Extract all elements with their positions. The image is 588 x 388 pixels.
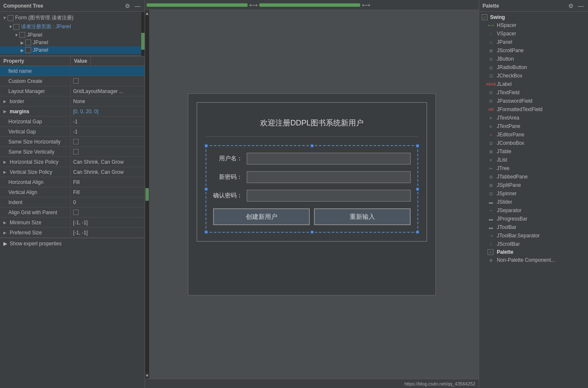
palette-item-jformatted[interactable]: AD JFormattedTextField (479, 105, 588, 114)
palette-item-jcombo[interactable]: JComboBox (479, 139, 588, 147)
handle-bl[interactable] (205, 231, 208, 234)
prop-value-fieldname[interactable] (71, 70, 145, 72)
prop-value-layoutmanager[interactable]: GridLayoutManager ... (71, 87, 145, 96)
palette-item-jscrollpane[interactable]: JScrollPane (479, 46, 588, 55)
palette-item-nonpalette[interactable]: ⊕ Non-Palette Component... (479, 256, 588, 264)
prop-row-hgap[interactable]: Horizontal Gap -1 (0, 117, 145, 127)
palette-item-vspacer[interactable]: VSpacer (479, 29, 588, 38)
palette-item-jlist[interactable]: JList (479, 156, 588, 164)
prop-row-same-h[interactable]: Same Size Horizontally (0, 137, 145, 147)
palette-item-hspacer[interactable]: HSpacer (479, 21, 588, 29)
palette-section-swing[interactable]: ✓ Swing (479, 13, 588, 21)
tree-item-jpanel1[interactable]: ▼ JPanel (0, 31, 141, 39)
handle-br[interactable] (416, 231, 419, 234)
palette-item-jtextpane[interactable]: JTextPane (479, 122, 588, 130)
prop-value-vgap[interactable]: -1 (71, 128, 145, 136)
btn-reset[interactable]: 重新输入 (314, 208, 411, 225)
tree-check-form[interactable] (8, 15, 13, 21)
prop-row-halign[interactable]: Horizontal Align Fill (0, 177, 145, 187)
prop-value-indent[interactable]: 0 (71, 198, 145, 207)
palette-item-jsplit[interactable]: JSplitPane (479, 181, 588, 189)
prop-row-layoutmanager[interactable]: Layout Manager GridLayoutManager ... (0, 86, 145, 96)
same-v-checkbox[interactable] (73, 149, 79, 154)
palette-item-palette[interactable]: ✓ Palette (479, 248, 588, 256)
tree-check-jpanel3[interactable] (25, 47, 31, 53)
prop-row-customcreate[interactable]: Custom Create (0, 76, 145, 86)
tree-scrollbar[interactable] (141, 12, 145, 56)
palette-item-jtextfield[interactable]: ⊟ JTextField (479, 88, 588, 97)
palette-item-jtoolbar-sep[interactable]: ⊣ JToolBar.Separator (479, 231, 588, 240)
palette-item-jcheck[interactable]: JCheckBox (479, 72, 588, 80)
palette-item-jbutton[interactable]: JButton (479, 55, 588, 63)
prop-value-vsize[interactable]: Can Shrink, Can Grow (71, 168, 145, 176)
prop-row-valign[interactable]: Vertical Align Fill (0, 187, 145, 197)
tree-check-jpanel1[interactable] (19, 32, 25, 38)
prop-value-margins[interactable]: [0, 0, 20, 0] (71, 107, 145, 116)
handle-tl[interactable] (205, 144, 208, 147)
palette-item-jslider[interactable]: JSlider (479, 198, 588, 206)
canvas-area[interactable]: ▲ ▼ 欢迎注册DDPL图书系统新用户 (145, 10, 479, 379)
prop-value-valign[interactable]: Fill (71, 188, 145, 197)
prop-row-minsize[interactable]: ▶ Minimum Size [-1, -1] (0, 218, 145, 228)
palette-item-jseparator[interactable]: JSeparator (479, 206, 588, 215)
prop-value-minsize[interactable]: [-1, -1] (71, 218, 145, 227)
tree-item-form[interactable]: ▼ Form (图书管理.读者注册) (0, 13, 141, 22)
palette-item-jscrollbar[interactable]: JScrollBar (479, 240, 588, 248)
prop-row-indent[interactable]: Indent 0 (0, 197, 145, 207)
palette-item-jpanel[interactable]: JPanel (479, 38, 588, 46)
aligngrid-checkbox[interactable] (73, 210, 79, 215)
prop-value-hsize[interactable]: Can Shrink, Can Grow (71, 158, 145, 166)
prop-row-border[interactable]: ▶ border None (0, 96, 145, 106)
field-input-confirmpassword[interactable] (247, 190, 411, 202)
handle-tr[interactable] (416, 144, 419, 147)
handle-ml[interactable] (205, 188, 208, 191)
prop-row-same-v[interactable]: Same Size Vertically (0, 147, 145, 157)
minimize-icon[interactable]: — (134, 3, 141, 9)
field-input-password[interactable] (247, 171, 411, 183)
palette-item-jtabbed[interactable]: JTabbedPane (479, 173, 588, 181)
palette-item-jradio[interactable]: JRadioButton (479, 63, 588, 72)
scroll-down-arrow[interactable]: ▼ (145, 372, 149, 379)
show-expert-label: Show expert properties (10, 241, 61, 247)
palette-item-jtextarea[interactable]: JTextArea (479, 114, 588, 122)
palette-settings-icon[interactable]: ⚙ (567, 3, 575, 9)
jpanel-icon (488, 39, 494, 45)
prop-value-halign[interactable]: Fill (71, 178, 145, 186)
prop-row-margins[interactable]: ▶ margins [0, 0, 20, 0] (0, 106, 145, 117)
show-expert-row[interactable]: ▶ Show expert properties (0, 238, 145, 249)
field-input-username[interactable] (247, 153, 411, 165)
prop-row-aligngrid[interactable]: Align Grid with Parent (0, 207, 145, 218)
prop-value-hgap[interactable]: -1 (71, 117, 145, 126)
prop-row-fieldname[interactable]: field name (0, 66, 145, 76)
palette-item-jeditor[interactable]: ▪ JEditorPane (479, 130, 588, 139)
prop-row-vgap[interactable]: Vertical Gap -1 (0, 127, 145, 137)
handle-tm[interactable] (311, 144, 314, 147)
palette-item-jlabel[interactable]: Ab JLabel (479, 80, 588, 88)
handle-mr[interactable] (416, 188, 419, 191)
palette-item-jtree[interactable]: JTree (479, 164, 588, 173)
palette-item-jprogress[interactable]: JProgressBar (479, 215, 588, 223)
tree-check-reader[interactable] (13, 24, 19, 30)
prop-row-vsize[interactable]: ▶ Vertical Size Policy Can Shrink, Can G… (0, 167, 145, 177)
form-inner-panel: 用户名： 新密码： 确认密码： 创建新用户 (206, 145, 418, 233)
palette-item-jtoolbar[interactable]: JToolBar (479, 223, 588, 231)
btn-create-user[interactable]: 创建新用户 (213, 208, 310, 225)
tree-check-jpanel2[interactable] (25, 40, 31, 45)
prop-value-prefsize[interactable]: [-1, -1] (71, 229, 145, 237)
prop-value-border[interactable]: None (71, 97, 145, 106)
customcreate-checkbox[interactable] (73, 78, 79, 84)
palette-item-jtable[interactable]: JTable (479, 147, 588, 156)
tree-item-jpanel3[interactable]: ▶ JPanel (0, 46, 141, 54)
palette-item-jpassword[interactable]: ⊟ JPasswordField (479, 97, 588, 105)
tree-item-reader-page[interactable]: ▼ 读者注册页面 : JPanel (0, 22, 141, 31)
canvas-scrollbar[interactable]: ▲ ▼ (145, 10, 149, 379)
tree-item-jpanel2[interactable]: ▶ JPanel (0, 39, 141, 46)
same-h-checkbox[interactable] (73, 139, 79, 144)
scroll-up-arrow[interactable]: ▲ (145, 10, 149, 16)
prop-row-hsize[interactable]: ▶ Horizontal Size Policy Can Shrink, Can… (0, 157, 145, 167)
handle-bm[interactable] (311, 231, 314, 234)
settings-icon[interactable]: ⚙ (124, 3, 131, 9)
prop-row-prefsize[interactable]: ▶ Preferred Size [-1, -1] (0, 228, 145, 238)
palette-item-jspinner[interactable]: JSpinner (479, 189, 588, 198)
palette-minimize-icon[interactable]: — (577, 3, 585, 9)
